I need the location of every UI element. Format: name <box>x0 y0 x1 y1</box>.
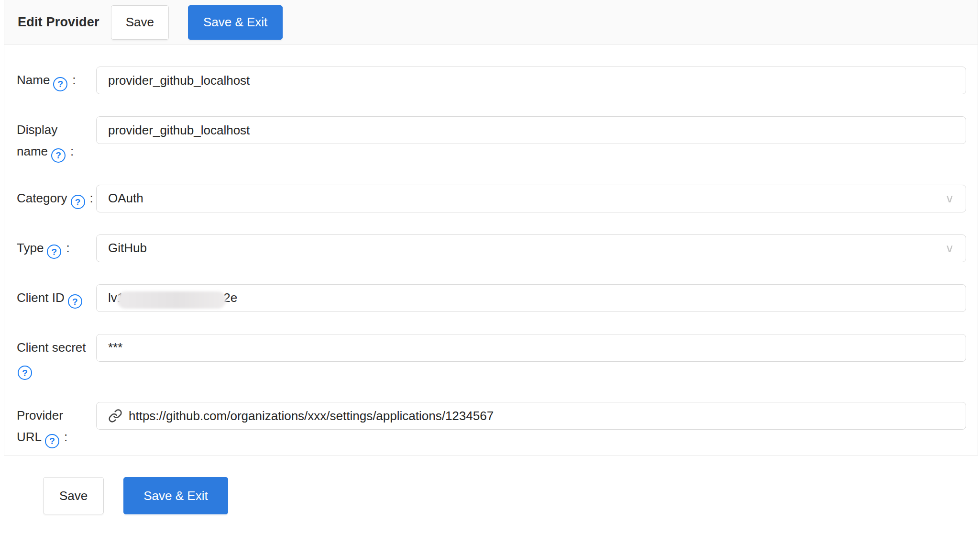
display-name-input[interactable] <box>96 116 966 144</box>
card-header: Edit Provider Save Save & Exit <box>4 0 978 45</box>
redacted-blur <box>117 291 226 309</box>
link-icon <box>108 409 122 423</box>
category-select[interactable]: OAuth ∨ <box>96 185 966 212</box>
page-title: Edit Provider <box>18 15 99 30</box>
client-id-input[interactable]: lv12e <box>96 284 966 312</box>
name-input[interactable] <box>96 67 966 94</box>
form-row-client-id: Client ID? lv12e <box>17 284 966 312</box>
form-row-name: Name?: <box>17 67 966 94</box>
edit-provider-card: Edit Provider Save Save & Exit Name?: Di… <box>4 0 978 456</box>
footer-actions: Save Save & Exit <box>43 477 228 514</box>
save-button[interactable]: Save <box>111 5 169 40</box>
provider-url-value: https://github.com/organizations/xxx/set… <box>129 409 494 423</box>
help-icon[interactable]: ? <box>45 434 59 448</box>
type-select[interactable]: GitHub ∨ <box>96 234 966 262</box>
category-label: Category?: <box>17 185 96 210</box>
help-icon[interactable]: ? <box>71 195 85 209</box>
save-and-exit-button-bottom[interactable]: Save & Exit <box>123 477 228 514</box>
form-row-client-secret: Client secret ? <box>17 334 966 380</box>
provider-form: Name?: Display name?: Category?: OAut <box>4 45 978 448</box>
provider-url-input[interactable]: https://github.com/organizations/xxx/set… <box>96 402 966 430</box>
help-icon[interactable]: ? <box>53 77 67 91</box>
category-select-value: OAuth <box>108 191 143 206</box>
name-label: Name?: <box>17 67 96 91</box>
client-secret-label: Client secret ? <box>17 334 96 380</box>
chevron-down-icon: ∨ <box>945 193 954 204</box>
form-row-category: Category?: OAuth ∨ <box>17 185 966 212</box>
type-select-value: GitHub <box>108 241 147 256</box>
chevron-down-icon: ∨ <box>945 243 954 254</box>
save-and-exit-button[interactable]: Save & Exit <box>188 5 283 40</box>
display-name-label: Display name?: <box>17 116 96 163</box>
client-id-label: Client ID? <box>17 284 96 309</box>
form-row-provider-url: Provider URL?: https://github.com/organi… <box>17 402 966 448</box>
help-icon[interactable]: ? <box>47 245 61 259</box>
form-row-type: Type?: GitHub ∨ <box>17 234 966 262</box>
save-button-bottom[interactable]: Save <box>43 477 104 514</box>
help-icon[interactable]: ? <box>18 366 32 380</box>
client-secret-input[interactable] <box>96 334 966 362</box>
help-icon[interactable]: ? <box>51 148 66 163</box>
help-icon[interactable]: ? <box>68 294 82 309</box>
provider-url-label: Provider URL?: <box>17 402 96 448</box>
type-label: Type?: <box>17 234 96 259</box>
form-row-display-name: Display name?: <box>17 116 966 163</box>
